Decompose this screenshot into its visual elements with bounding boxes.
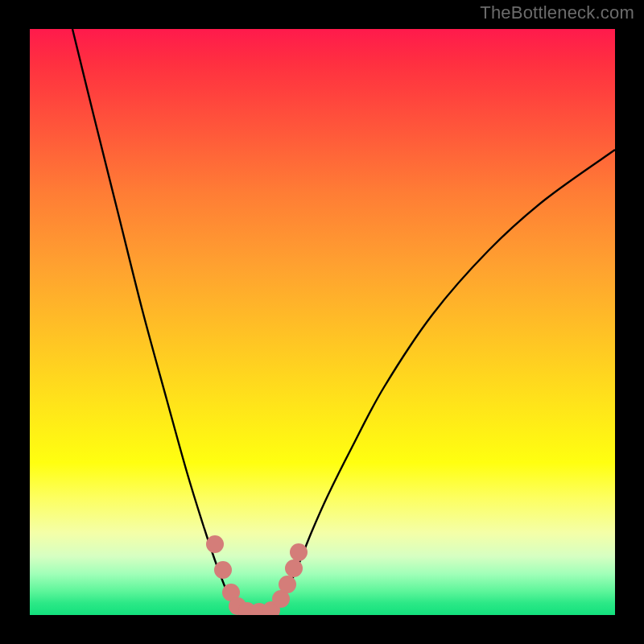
highlight-dot: [206, 535, 224, 553]
highlight-dot: [285, 559, 303, 577]
highlight-dot: [214, 561, 232, 579]
curve-svg: [30, 29, 615, 615]
plot-area: [30, 29, 615, 615]
highlight-dot: [279, 576, 296, 593]
highlight-band: [206, 535, 308, 615]
bottleneck-curve: [72, 29, 615, 614]
watermark-text: TheBottleneck.com: [480, 2, 634, 23]
chart-frame: TheBottleneck.com: [0, 0, 644, 644]
highlight-dot: [290, 543, 308, 561]
